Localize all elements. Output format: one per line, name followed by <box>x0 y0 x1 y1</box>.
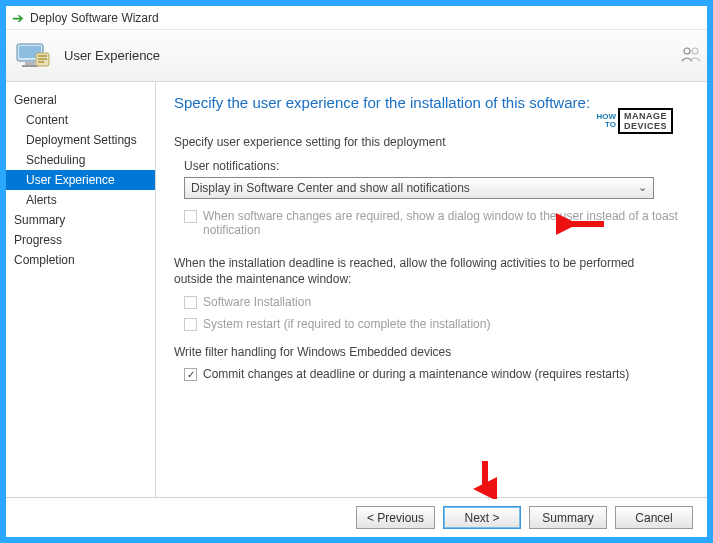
cancel-button[interactable]: Cancel <box>615 506 693 529</box>
wizard-sidebar: GeneralContentDeployment SettingsSchedul… <box>6 82 156 497</box>
user-notifications-dropdown[interactable]: Display in Software Center and show all … <box>184 177 654 199</box>
sidebar-item-summary[interactable]: Summary <box>6 210 155 230</box>
dropdown-value: Display in Software Center and show all … <box>191 181 470 195</box>
summary-button[interactable]: Summary <box>529 506 607 529</box>
previous-button[interactable]: < Previous <box>356 506 435 529</box>
sidebar-item-deployment-settings[interactable]: Deployment Settings <box>6 130 155 150</box>
window-title: Deploy Software Wizard <box>30 11 159 25</box>
svg-rect-3 <box>22 65 38 67</box>
page-title: User Experience <box>64 48 160 63</box>
checkbox-icon <box>184 296 197 309</box>
svg-rect-5 <box>38 55 47 57</box>
deploy-arrow-icon: ➔ <box>12 10 24 26</box>
sidebar-item-completion[interactable]: Completion <box>6 250 155 270</box>
checkbox-icon <box>184 368 197 381</box>
sidebar-item-progress[interactable]: Progress <box>6 230 155 250</box>
chevron-down-icon: ⌄ <box>638 181 647 194</box>
watermark-logo: HOW TO MANAGE DEVICES <box>596 108 673 134</box>
deadline-paragraph: When the installation deadline is reache… <box>174 255 654 287</box>
monitor-icon <box>16 41 52 71</box>
svg-point-8 <box>684 48 690 54</box>
user-notifications-label: User notifications: <box>184 159 689 173</box>
checkbox-icon <box>184 210 197 223</box>
svg-point-9 <box>692 48 698 54</box>
sidebar-item-alerts[interactable]: Alerts <box>6 190 155 210</box>
write-filter-label: Write filter handling for Windows Embedd… <box>174 345 689 359</box>
wizard-footer: < Previous Next > Summary Cancel <box>6 497 707 537</box>
sidebar-item-user-experience[interactable]: User Experience <box>6 170 155 190</box>
titlebar: ➔ Deploy Software Wizard <box>6 6 707 30</box>
wizard-header: User Experience <box>6 30 707 82</box>
sidebar-item-general[interactable]: General <box>6 90 155 110</box>
svg-rect-6 <box>38 58 47 60</box>
svg-rect-7 <box>38 61 44 63</box>
commit-changes-checkbox[interactable]: Commit changes at deadline or during a m… <box>184 367 689 381</box>
sidebar-item-scheduling[interactable]: Scheduling <box>6 150 155 170</box>
system-restart-checkbox: System restart (if required to complete … <box>184 317 689 331</box>
setting-label: Specify user experience setting for this… <box>174 135 689 149</box>
sidebar-item-content[interactable]: Content <box>6 110 155 130</box>
people-icon <box>681 46 701 66</box>
wizard-content: Specify the user experience for the inst… <box>156 82 707 497</box>
next-button[interactable]: Next > <box>443 506 521 529</box>
checkbox-icon <box>184 318 197 331</box>
dialog-window-checkbox: When software changes are required, show… <box>184 209 689 237</box>
software-installation-checkbox: Software Installation <box>184 295 689 309</box>
svg-rect-2 <box>25 62 35 65</box>
